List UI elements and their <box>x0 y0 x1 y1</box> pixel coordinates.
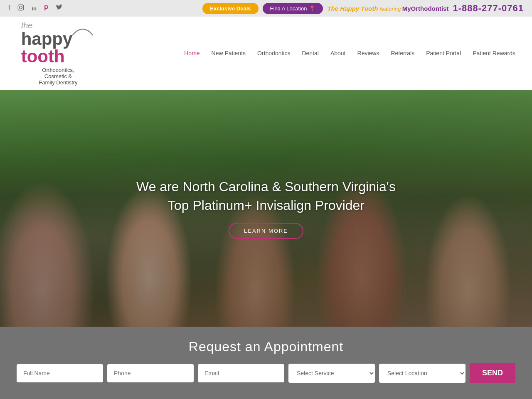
top-bar: f in P Exclusive Deals Find A Location 📍… <box>0 0 532 17</box>
header: the happy tooth Orthodontics, Cosmetic & <box>0 17 532 90</box>
appointment-form: Select Service Select Location SEND <box>17 363 515 383</box>
brand-featuring: featuring <box>380 6 402 12</box>
logo: the happy tooth Orthodontics, Cosmetic & <box>17 21 100 86</box>
location-select[interactable]: Select Location <box>379 364 466 383</box>
linkedin-icon[interactable]: in <box>32 5 37 12</box>
instagram-icon[interactable] <box>17 4 24 12</box>
service-select[interactable]: Select Service <box>288 364 375 383</box>
logo-happy: happy <box>21 30 73 48</box>
find-location-button[interactable]: Find A Location 📍 <box>263 3 323 14</box>
hero-text: We are North Carolina & Southern Virgini… <box>136 177 396 239</box>
twitter-icon[interactable] <box>56 4 63 12</box>
location-pin-icon: 📍 <box>309 5 315 12</box>
logo-tagline: Orthodontics, Cosmetic & Family Dentistr… <box>39 67 77 86</box>
brand-happy-tooth: The Happy Tooth <box>327 5 378 12</box>
hero-section: We are North Carolina & Southern Virgini… <box>0 90 532 327</box>
nav-about[interactable]: About <box>330 50 346 57</box>
full-name-input[interactable] <box>17 364 103 382</box>
nav-referrals[interactable]: Referrals <box>391 50 414 57</box>
send-button[interactable]: SEND <box>470 363 515 383</box>
nav-home[interactable]: Home <box>184 50 200 57</box>
logo-tooth: tooth <box>21 48 65 65</box>
social-icons: f in P <box>8 4 63 12</box>
email-input[interactable] <box>198 364 284 382</box>
phone-number: 1-888-277-0761 <box>453 3 524 14</box>
nav-patient-portal[interactable]: Patient Portal <box>426 50 461 57</box>
svg-point-1 <box>20 6 22 9</box>
top-bar-right: Exclusive Deals Find A Location 📍 The Ha… <box>202 3 524 14</box>
appointment-title: Request an Appointment <box>17 339 515 355</box>
exclusive-deals-button[interactable]: Exclusive Deals <box>202 3 258 14</box>
nav-patient-rewards[interactable]: Patient Rewards <box>473 50 515 57</box>
learn-more-button[interactable]: LEARN MORE <box>229 223 303 239</box>
pinterest-icon[interactable]: P <box>44 5 49 12</box>
nav-dental[interactable]: Dental <box>302 50 318 57</box>
svg-point-2 <box>22 6 23 7</box>
nav-new-patients[interactable]: New Patients <box>212 50 246 57</box>
nav-orthodontics[interactable]: Orthodontics <box>257 50 290 57</box>
phone-input[interactable] <box>107 364 194 382</box>
nav-reviews[interactable]: Reviews <box>357 50 379 57</box>
logo-main: the happy tooth Orthodontics, Cosmetic & <box>21 21 96 86</box>
main-nav: Home New Patients Orthodontics Dental Ab… <box>184 50 515 57</box>
hero-overlay: We are North Carolina & Southern Virgini… <box>0 90 532 327</box>
brand-text: The Happy Tooth featuring MyOrthodontist <box>327 5 448 12</box>
hero-heading: We are North Carolina & Southern Virgini… <box>136 177 396 215</box>
facebook-icon[interactable]: f <box>8 5 10 12</box>
brand-myorthodontist: MyOrthodontist <box>402 5 449 12</box>
svg-rect-0 <box>18 5 24 10</box>
appointment-section: Request an Appointment Select Service Se… <box>0 327 532 399</box>
